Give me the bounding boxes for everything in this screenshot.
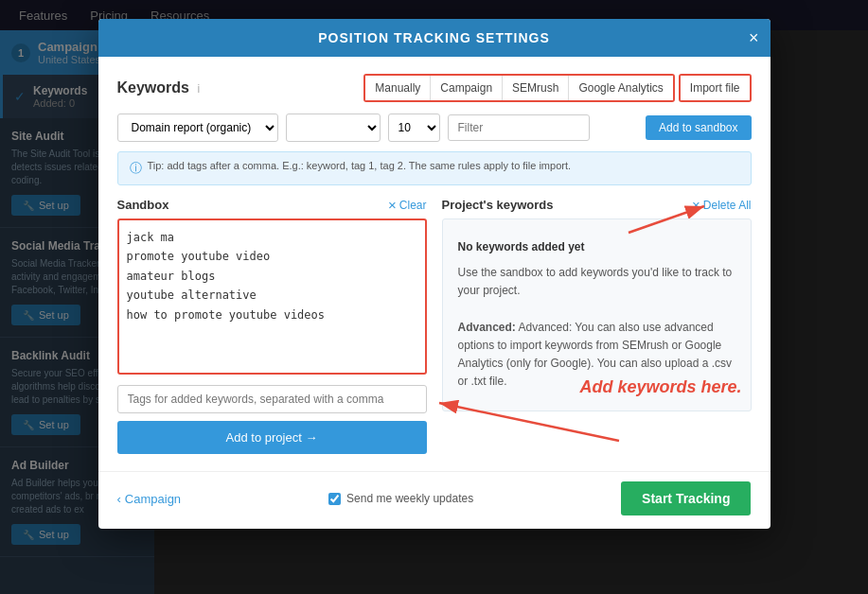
no-keywords-box: No keywords added yet Use the sandbox to…: [442, 218, 752, 411]
back-campaign-btn[interactable]: ‹ Campaign: [117, 492, 182, 506]
import-file-btn[interactable]: Import file: [681, 76, 750, 100]
modal-title: POSITION TRACKING SETTINGS: [318, 30, 550, 45]
back-arrow-icon: ‹: [117, 492, 121, 506]
advanced-note: Advanced: Advanced: You can also use adv…: [458, 319, 735, 392]
tip-text: Tip: add tags after a comma. E.g.: keywo…: [148, 160, 572, 171]
keywords-section-title: Keywords i: [117, 79, 201, 96]
tip-bar: ⓘ Tip: add tags after a comma. E.g.: key…: [117, 151, 752, 185]
projects-header: Project's keywords Delete All: [442, 197, 752, 213]
send-weekly-area: Send me weekly updates: [328, 492, 473, 505]
add-to-sandbox-btn[interactable]: Add to sandbox: [646, 115, 751, 140]
clear-button[interactable]: Clear: [388, 197, 426, 213]
num-select[interactable]: 10: [388, 114, 440, 142]
delete-all-btn[interactable]: Delete All: [692, 197, 751, 213]
back-campaign-label: Campaign: [125, 492, 181, 506]
no-keywords-desc: Use the sandbox to add keywords you'd li…: [458, 264, 735, 300]
keywords-label: Keywords: [117, 79, 189, 96]
two-column-area: Sandbox Clear jack ma promote youtube vi…: [117, 197, 752, 454]
start-tracking-btn[interactable]: Start Tracking: [621, 481, 751, 515]
import-google-analytics-btn[interactable]: Google Analytics: [569, 76, 672, 100]
send-weekly-checkbox[interactable]: [328, 493, 341, 505]
add-to-project-btn[interactable]: Add to project →: [117, 421, 427, 454]
tip-icon: ⓘ: [130, 160, 142, 177]
modal-close-button[interactable]: ×: [749, 28, 759, 48]
import-group: Manually Campaign SEMrush Google Analyti…: [363, 74, 674, 102]
domain-select[interactable]: Domain report (organic): [117, 114, 278, 142]
tags-input[interactable]: [117, 385, 427, 413]
import-section: Manually Campaign SEMrush Google Analyti…: [363, 74, 751, 102]
no-keywords-title: No keywords added yet: [458, 238, 735, 256]
sandbox-header: Sandbox Clear: [117, 197, 427, 213]
import-manually-btn[interactable]: Manually: [365, 76, 431, 100]
projects-column: Project's keywords Delete All No keyword…: [442, 197, 752, 454]
modal-body: Keywords i Manually Campaign SEMrush Goo…: [98, 57, 771, 471]
modal-footer: ‹ Campaign Send me weekly updates Start …: [98, 471, 771, 529]
send-weekly-label: Send me weekly updates: [346, 492, 473, 505]
sandbox-textarea[interactable]: jack ma promote youtube video amateur bl…: [117, 218, 427, 375]
projects-title: Project's keywords: [442, 198, 554, 212]
modal: POSITION TRACKING SETTINGS × Keywords i …: [98, 19, 771, 529]
keywords-header-row: Keywords i Manually Campaign SEMrush Goo…: [117, 74, 752, 102]
modal-header: POSITION TRACKING SETTINGS ×: [98, 19, 771, 57]
controls-row: Domain report (organic) 10 Add to sandbo…: [117, 114, 752, 142]
filter-input[interactable]: [448, 114, 590, 141]
import-file-group: Import file: [679, 74, 752, 102]
info-icon[interactable]: i: [198, 82, 201, 96]
import-campaign-btn[interactable]: Campaign: [431, 76, 503, 100]
modal-overlay: POSITION TRACKING SETTINGS × Keywords i …: [0, 0, 868, 594]
blank-select[interactable]: [286, 114, 381, 142]
import-semrush-btn[interactable]: SEMrush: [503, 76, 569, 100]
sandbox-title: Sandbox: [117, 198, 169, 212]
sandbox-column: Sandbox Clear jack ma promote youtube vi…: [117, 197, 427, 454]
